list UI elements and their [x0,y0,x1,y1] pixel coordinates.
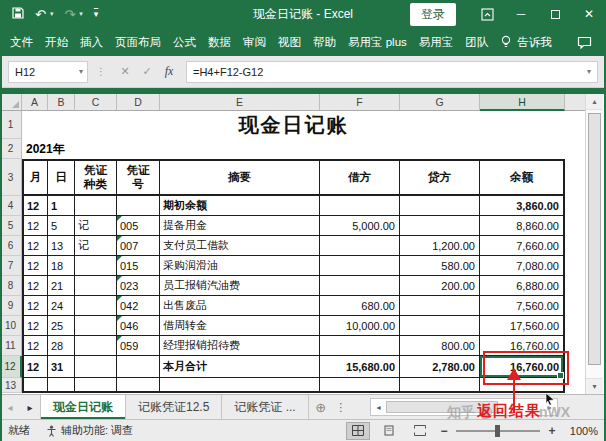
page-layout-view-button[interactable] [377,422,401,440]
zoom-in-icon[interactable]: + [547,424,557,438]
cell-voucher-type[interactable] [75,296,117,316]
cell-day[interactable]: 25 [48,316,75,336]
cell-voucher-no[interactable]: 059 [117,336,160,356]
name-box[interactable]: H12 ▾ [8,61,88,83]
zoom-level[interactable]: 100% [564,425,598,437]
sheet-nav-right-icon[interactable]: ▸ [20,395,40,419]
cell-debit[interactable]: 10,000.00 [320,316,400,336]
cell-month[interactable]: 12 [22,336,48,356]
header-cell[interactable]: 凭证种类 [75,159,117,196]
page-break-view-button[interactable] [408,422,432,440]
ribbon-tab[interactable]: 页面布局 [115,35,161,50]
name-box-dropdown-icon[interactable]: ▾ [79,67,87,76]
ribbon-tab[interactable]: 易用宝 [419,35,454,50]
cell-day[interactable]: 28 [48,336,75,356]
cell-credit[interactable] [400,316,480,336]
undo-dropdown-icon[interactable]: ▾ [50,10,54,18]
cell-day[interactable]: 31 [48,356,75,378]
year-cell[interactable]: 2021年 [22,139,565,159]
column-header-G[interactable]: G [400,94,480,111]
cell-debit[interactable]: 15,680.00 [320,356,400,378]
cell-voucher-type[interactable] [75,256,117,276]
customize-qat-icon[interactable]: ▾ [94,9,99,19]
minimize-button[interactable]: ─ [504,0,538,28]
row-header-12[interactable]: 12 [0,356,22,378]
cell-voucher-no[interactable]: 046 [117,316,160,336]
ribbon-tab[interactable]: 开始 [45,35,68,50]
ribbon-tab[interactable]: 团队 [465,35,488,50]
horizontal-scrollbar-thumb[interactable] [386,401,498,413]
signin-button[interactable]: 登录 [410,3,456,26]
cell-debit[interactable] [320,378,400,393]
row-header-1[interactable]: 1 [0,111,22,139]
cell-summary[interactable]: 提备用金 [160,216,320,236]
cell-balance[interactable]: 7,660.00 [480,236,565,256]
cell-month[interactable]: 12 [22,356,48,378]
cell-credit[interactable] [400,296,480,316]
row-header-9[interactable]: 9 [0,296,22,316]
sheet-tab-more-icon[interactable]: ⋮ [333,395,349,419]
cell-credit[interactable]: 200.00 [400,276,480,296]
add-sheet-icon[interactable]: ⊕ [309,395,333,419]
horizontal-scrollbar[interactable]: ◂ ▸ [370,398,558,416]
cell-summary[interactable]: 采购润滑油 [160,256,320,276]
row-header-10[interactable]: 10 [0,316,22,336]
undo-button[interactable]: ↶ [35,7,46,22]
row-header-13[interactable]: 13 [0,378,22,393]
vertical-scrollbar[interactable]: ▴ ▾ [585,94,603,394]
cell-voucher-type[interactable] [75,276,117,296]
ribbon-tab[interactable]: 帮助 [313,35,336,50]
cell-debit[interactable] [320,336,400,356]
cell-voucher-no[interactable] [117,378,160,393]
cell-voucher-no[interactable]: 042 [117,296,160,316]
ribbon-tab[interactable]: 视图 [278,35,301,50]
column-header-E[interactable]: E [160,94,320,111]
cell-balance[interactable]: 17,560.00 [480,316,565,336]
cell-balance[interactable]: 8,860.00 [480,216,565,236]
cell-credit[interactable]: 2,780.00 [400,356,480,378]
cell-credit[interactable]: 580.00 [400,256,480,276]
cell-summary[interactable]: 出售废品 [160,296,320,316]
enter-icon[interactable]: ✓ [136,65,158,78]
sheet-tab[interactable]: 记账凭证 ... [222,395,308,419]
header-cell[interactable]: 借方 [320,159,400,196]
cell-credit[interactable]: 1,200.00 [400,236,480,256]
cell-voucher-no[interactable]: 005 [117,216,160,236]
sheet-nav-left-icon[interactable]: ◂ [0,395,20,419]
cell-voucher-type[interactable]: 记 [75,216,117,236]
header-cell[interactable]: 月 [22,159,48,196]
row-header-2[interactable]: 2 [0,139,22,159]
row-header-11[interactable]: 11 [0,336,22,356]
sheet-title-cell[interactable]: 现金日记账 [22,111,565,139]
cell-day[interactable]: 5 [48,216,75,236]
cell-debit[interactable] [320,236,400,256]
cell-month[interactable]: 12 [22,296,48,316]
cell-day[interactable]: 13 [48,236,75,256]
select-all-corner[interactable] [0,94,22,111]
ribbon-tab[interactable]: 文件 [10,35,33,50]
comments-button[interactable] [577,36,596,49]
cell-voucher-no[interactable] [117,196,160,216]
cell-voucher-no[interactable] [117,356,160,378]
formula-input[interactable]: =H4+F12-G12 ▾ [186,61,598,83]
column-header-C[interactable]: C [75,94,117,111]
ribbon-tab[interactable]: 审阅 [243,35,266,50]
cell-voucher-type[interactable] [75,356,117,378]
cell-credit[interactable] [400,216,480,236]
hscroll-right-icon[interactable]: ▸ [542,399,557,415]
row-header-8[interactable]: 8 [0,276,22,296]
row-header-3[interactable]: 3 [0,159,22,196]
cell-debit[interactable]: 5,000.00 [320,216,400,236]
cell-summary[interactable]: 经理报销招待费 [160,336,320,356]
cell-debit[interactable] [320,276,400,296]
cell-summary[interactable]: 员工报销汽油费 [160,276,320,296]
save-icon[interactable] [12,7,24,22]
cell-debit[interactable]: 680.00 [320,296,400,316]
cell-voucher-type[interactable] [75,378,117,393]
row-header-5[interactable]: 5 [0,216,22,236]
ribbon-display-options-icon[interactable] [470,0,504,28]
header-cell[interactable]: 余额 [480,159,565,196]
cell-month[interactable]: 12 [22,256,48,276]
column-header-A[interactable]: A [22,94,48,111]
cell-debit[interactable] [320,196,400,216]
